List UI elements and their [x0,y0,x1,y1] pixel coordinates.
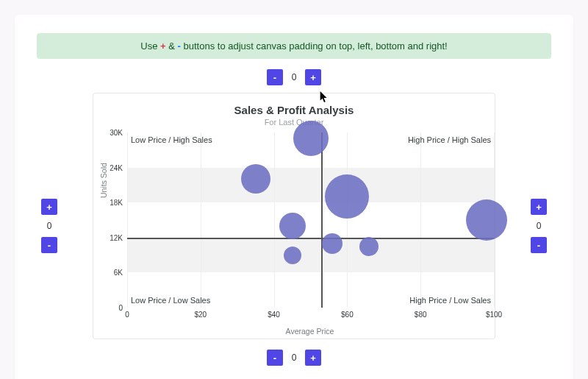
y-axis: Units Sold 06K12K18K24K30K [93,132,127,308]
info-banner: Use + & - buttons to adjust canvas paddi… [37,33,551,59]
pad-right-value: 0 [534,221,544,231]
bubble-point[interactable] [466,199,507,241]
padding-top-controls: - 0 + [37,69,551,85]
app-container: Use + & - buttons to adjust canvas paddi… [15,15,573,379]
y-tick-label: 24K [110,163,123,171]
pad-bottom-plus-button[interactable]: + [305,350,321,366]
padding-right-controls: + 0 - [531,199,547,253]
quadrant-label-br: High Price / Low Sales [409,296,491,305]
grid-band [127,238,494,273]
padding-bottom-controls: - 0 + [37,350,551,366]
x-tick-label: $100 [486,311,502,319]
pad-top-value: 0 [289,72,299,82]
pad-bottom-minus-button[interactable]: - [267,350,283,366]
x-tick-label: $60 [341,311,354,319]
y-tick-label: 6K [114,269,123,277]
plus-icon: + [160,40,166,52]
x-tick-label: 0 [125,311,129,319]
plot-inner: Low Price / High SalesHigh Price / High … [127,132,494,308]
bubble-point[interactable] [322,233,343,254]
chart-card: Sales & Profit Analysis For Last Quarter… [93,93,495,339]
minus-icon: - [178,40,181,52]
pad-top-plus-button[interactable]: + [305,69,321,85]
grid-line [420,132,421,308]
quadrant-label-tl: Low Price / High Sales [131,135,212,144]
bubble-point[interactable] [293,121,329,156]
bubble-point[interactable] [284,247,301,264]
y-tick-label: 30K [110,129,123,137]
x-tick-label: $40 [268,311,280,319]
pad-left-minus-button[interactable]: - [41,237,57,253]
pad-right-minus-button[interactable]: - [531,237,547,253]
x-axis: Average Price 0$20$40$60$80$100 [127,308,492,339]
grid-line [274,132,275,308]
quadrant-label-bl: Low Price / Low Sales [131,296,210,305]
y-tick-label: 18K [110,199,123,207]
pad-right-plus-button[interactable]: + [531,199,547,215]
pad-left-plus-button[interactable]: + [41,199,57,215]
grid-line [127,132,128,308]
chart-title: Sales & Profit Analysis [93,104,495,116]
banner-suffix: buttons to adjust canvas padding on top,… [184,40,448,52]
quadrant-label-tr: High Price / High Sales [408,135,491,144]
padding-left-controls: + 0 - [41,199,57,253]
plot-area: Units Sold 06K12K18K24K30K Low Price / H… [93,132,495,339]
banner-amp: & [168,40,175,52]
bubble-point[interactable] [241,164,270,194]
chart-subtitle: For Last Quarter [93,118,495,127]
bubble-point[interactable] [359,237,379,256]
pad-left-value: 0 [44,221,54,231]
pad-top-minus-button[interactable]: - [267,69,283,85]
crosshair-vertical [321,132,323,308]
y-axis-title: Units Sold [99,163,108,198]
crosshair-horizontal [127,238,494,239]
x-axis-title: Average Price [127,327,492,336]
grid-band [127,168,494,203]
banner-prefix: Use [140,40,157,52]
grid-line [347,132,348,308]
bubble-point[interactable] [279,213,306,239]
x-tick-label: $80 [415,311,427,319]
y-tick-label: 0 [118,304,123,312]
y-tick-label: 12K [110,233,123,241]
pad-bottom-value: 0 [289,353,299,363]
x-tick-label: $20 [194,311,207,319]
bubble-point[interactable] [325,174,369,219]
grid-line [201,132,201,308]
